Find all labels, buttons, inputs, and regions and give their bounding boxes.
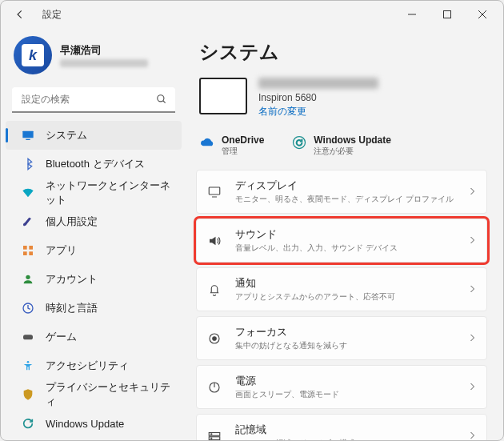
minimize-button[interactable] <box>394 2 430 26</box>
svg-rect-17 <box>209 187 220 194</box>
sidebar-item-label: アカウント <box>46 272 98 287</box>
apps-icon <box>22 244 34 257</box>
maximize-button[interactable] <box>430 2 465 26</box>
settings-window: 設定 k 早瀬浩司 <box>0 0 504 441</box>
sidebar-item-network[interactable]: ネットワークとインターネット <box>6 178 182 207</box>
device-name-redacted <box>258 78 378 89</box>
shield-icon <box>22 388 34 401</box>
settings-list: ディスプレイ モニター、明るさ、夜間モード、ディスプレイ プロファイル サウンド… <box>196 170 487 440</box>
sidebar-item-label: プライバシーとセキュリティ <box>46 380 172 409</box>
chevron-right-icon <box>467 429 477 441</box>
onedrive-sub: 管理 <box>222 146 264 157</box>
svg-rect-9 <box>29 246 33 250</box>
close-button[interactable] <box>465 2 500 26</box>
focus-icon <box>206 331 222 347</box>
sidebar-item-bluetooth[interactable]: Bluetooth とデバイス <box>6 150 182 178</box>
sidebar-item-accessibility[interactable]: アクセシビリティ <box>6 351 182 380</box>
bell-icon <box>206 282 222 298</box>
sidebar: k 早瀬浩司 システム Blu <box>1 28 186 440</box>
sidebar-item-time-language[interactable]: 時刻と言語 <box>6 294 182 323</box>
card-sub: ストレージ領域、ドライブ、構成ルール <box>235 438 454 440</box>
card-title: サウンド <box>235 227 454 242</box>
search-container <box>12 87 175 113</box>
back-button[interactable] <box>9 3 31 26</box>
svg-point-25 <box>211 433 212 434</box>
sidebar-item-label: Bluetooth とデバイス <box>46 157 145 171</box>
brush-icon <box>22 215 34 228</box>
chevron-right-icon <box>467 380 477 395</box>
profile-name: 早瀬浩司 <box>60 43 148 58</box>
card-title: 記憶域 <box>235 423 454 437</box>
sidebar-item-label: Windows Update <box>46 418 124 430</box>
maximize-icon <box>443 10 451 18</box>
sidebar-item-windows-update[interactable]: Windows Update <box>6 409 182 438</box>
chevron-right-icon <box>467 331 477 346</box>
setting-notifications[interactable]: 通知 アプリとシステムからのアラート、応答不可 <box>196 267 487 311</box>
game-icon <box>22 331 34 343</box>
system-icon <box>22 129 34 142</box>
card-sub: 集中の妨げとなる通知を減らす <box>235 340 454 351</box>
sidebar-item-personalization[interactable]: 個人用設定 <box>6 207 182 236</box>
sidebar-item-label: ネットワークとインターネット <box>46 178 172 207</box>
body: k 早瀬浩司 システム Blu <box>1 28 503 440</box>
sidebar-item-privacy[interactable]: プライバシーとセキュリティ <box>6 380 182 409</box>
rename-link[interactable]: 名前の変更 <box>258 105 378 118</box>
onedrive-status[interactable]: OneDrive 管理 <box>199 134 264 157</box>
sidebar-item-label: アプリ <box>46 243 77 258</box>
wifi-icon <box>22 186 34 199</box>
svg-point-4 <box>158 95 164 102</box>
chevron-right-icon <box>467 283 477 297</box>
refresh-circle-icon <box>291 134 307 150</box>
setting-power[interactable]: 電源 画面とスリープ、電源モード <box>196 365 487 409</box>
onedrive-title: OneDrive <box>222 134 264 146</box>
sidebar-item-label: アクセシビリティ <box>46 359 129 373</box>
content: システム Inspiron 5680 名前の変更 OneDrive 管理 <box>186 28 503 440</box>
svg-point-16 <box>294 137 306 149</box>
profile[interactable]: k 早瀬浩司 <box>1 33 186 84</box>
window-title: 設定 <box>42 8 62 22</box>
setting-sound[interactable]: サウンド 音量レベル、出力、入力、サウンド デバイス <box>196 218 487 263</box>
svg-rect-8 <box>23 246 27 250</box>
refresh-icon <box>22 417 34 430</box>
accessibility-icon <box>22 359 34 372</box>
svg-rect-10 <box>23 251 27 255</box>
sidebar-item-system[interactable]: システム <box>6 121 182 150</box>
card-title: 電源 <box>235 374 454 388</box>
device-model: Inspiron 5680 <box>258 92 378 103</box>
page-heading: システム <box>199 39 487 65</box>
bluetooth-icon <box>22 158 34 170</box>
clock-globe-icon <box>22 302 34 315</box>
chevron-right-icon <box>467 234 477 248</box>
sidebar-item-gaming[interactable]: ゲーム <box>6 323 182 351</box>
card-title: フォーカス <box>235 325 454 339</box>
sidebar-item-label: システム <box>46 128 87 142</box>
display-icon <box>206 184 222 200</box>
setting-storage[interactable]: 記憶域 ストレージ領域、ドライブ、構成ルール <box>196 414 487 440</box>
sidebar-item-label: ゲーム <box>46 330 77 344</box>
setting-focus[interactable]: フォーカス 集中の妨げとなる通知を減らす <box>196 316 487 360</box>
setting-display[interactable]: ディスプレイ モニター、明るさ、夜間モード、ディスプレイ プロファイル <box>196 170 487 214</box>
card-sub: アプリとシステムからのアラート、応答不可 <box>235 291 454 303</box>
power-icon <box>206 379 222 395</box>
sidebar-item-apps[interactable]: アプリ <box>6 236 182 265</box>
svg-rect-1 <box>444 11 451 18</box>
card-sub: 画面とスリープ、電源モード <box>235 389 454 400</box>
card-sub: 音量レベル、出力、入力、サウンド デバイス <box>235 243 454 254</box>
nav: システム Bluetooth とデバイス ネットワークとインターネット 個人用設… <box>1 121 186 438</box>
sound-icon <box>206 233 222 249</box>
search-input[interactable] <box>12 87 175 113</box>
person-icon <box>22 273 34 286</box>
sidebar-item-label: 時刻と言語 <box>46 301 98 315</box>
card-title: 通知 <box>235 276 454 291</box>
sidebar-item-account[interactable]: アカウント <box>6 265 182 294</box>
minimize-icon <box>408 10 416 18</box>
wu-sub: 注意が必要 <box>314 146 391 157</box>
onedrive-icon <box>199 134 215 150</box>
svg-line-5 <box>163 101 166 103</box>
card-title: ディスプレイ <box>235 178 454 193</box>
titlebar: 設定 <box>1 1 503 28</box>
windows-update-status[interactable]: Windows Update 注意が必要 <box>291 134 391 157</box>
storage-icon <box>206 428 222 441</box>
svg-rect-6 <box>22 131 33 138</box>
device-info-row: Inspiron 5680 名前の変更 <box>196 76 487 128</box>
